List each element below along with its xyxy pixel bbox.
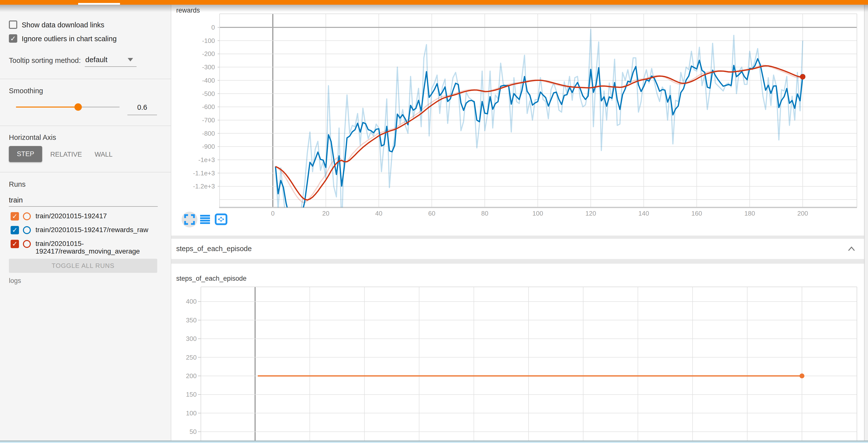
tooltip-sorting-label: Tooltip sorting method:	[9, 57, 81, 65]
chevron-up-icon[interactable]	[846, 244, 857, 254]
show-data-download-links-checkbox[interactable]	[9, 21, 17, 29]
show-data-download-links-label: Show data download links	[22, 21, 104, 29]
main-content: rewards steps_of_each_episode steps_of_e…	[171, 5, 864, 441]
logs-label: logs	[9, 277, 21, 285]
run-color-circle[interactable]	[23, 240, 31, 248]
smoothing-label: Smoothing	[9, 87, 43, 95]
tooltip-dropdown-underline	[85, 66, 136, 67]
smoothing-slider-fill	[16, 107, 78, 108]
run-row[interactable]: ✓train/20201015-192417/rewards_moving_av…	[10, 240, 166, 255]
tooltip-sorting-dropdown[interactable]: default	[85, 56, 107, 64]
run-color-circle[interactable]	[23, 212, 31, 220]
steps-chart-title: steps_of_each_episode	[176, 275, 246, 283]
divider	[0, 172, 171, 172]
divider	[0, 79, 171, 79]
steps-section-title: steps_of_each_episode	[176, 245, 252, 253]
smoothing-input-underline	[127, 115, 157, 115]
vertical-scrollbar[interactable]	[864, 5, 868, 441]
smoothing-value-input[interactable]: 0.6	[127, 104, 157, 112]
horizontal-axis-label: Horizontal Axis	[9, 134, 56, 142]
smoothing-slider-knob[interactable]	[74, 104, 82, 111]
rewards-card: rewards	[171, 5, 864, 236]
run-label: train/20201015-192417	[35, 212, 166, 220]
rewards-chart-title: rewards	[176, 7, 200, 14]
run-checkbox[interactable]: ✓	[10, 226, 19, 234]
run-checkbox[interactable]: ✓	[10, 240, 19, 248]
check-icon: ✓	[10, 34, 16, 43]
run-row[interactable]: ✓train/20201015-192417	[10, 212, 166, 220]
active-tab-underline	[78, 3, 120, 5]
runs-filter-underline	[9, 206, 158, 207]
run-label: train/20201015-192417/rewards_moving_ave…	[35, 240, 166, 255]
ignore-outliers-checkbox[interactable]: ✓	[9, 34, 17, 43]
run-row[interactable]: ✓train/20201015-192417/rewards_raw	[10, 226, 166, 234]
toggle-all-runs-button[interactable]: TOGGLE ALL RUNS	[9, 259, 157, 273]
data-table-icon[interactable]	[199, 214, 211, 225]
steps-section-header[interactable]: steps_of_each_episode	[171, 239, 864, 259]
axis-wall-button[interactable]: WALL	[95, 151, 113, 158]
chevron-down-icon[interactable]	[128, 58, 133, 61]
settings-sidebar: Show data download links ✓ Ignore outlie…	[0, 5, 171, 441]
steps-card: steps_of_each_episode	[171, 264, 864, 441]
run-label: train/20201015-192417/rewards_raw	[35, 226, 166, 234]
window-bottom-edge	[0, 441, 868, 443]
run-checkbox[interactable]: ✓	[10, 212, 19, 220]
fit-domain-icon[interactable]	[215, 213, 227, 225]
axis-relative-button[interactable]: RELATIVE	[50, 151, 82, 158]
fullscreen-icon[interactable]	[184, 214, 195, 225]
divider	[0, 125, 171, 126]
top-app-bar	[0, 0, 868, 5]
runs-filter-input[interactable]: train	[9, 196, 23, 204]
runs-label: Runs	[9, 180, 26, 188]
runs-list: ✓train/20201015-192417✓train/20201015-19…	[10, 212, 166, 261]
ignore-outliers-label: Ignore outliers in chart scaling	[22, 35, 117, 43]
axis-step-button[interactable]: STEP	[9, 146, 42, 162]
run-color-circle[interactable]	[23, 226, 31, 234]
